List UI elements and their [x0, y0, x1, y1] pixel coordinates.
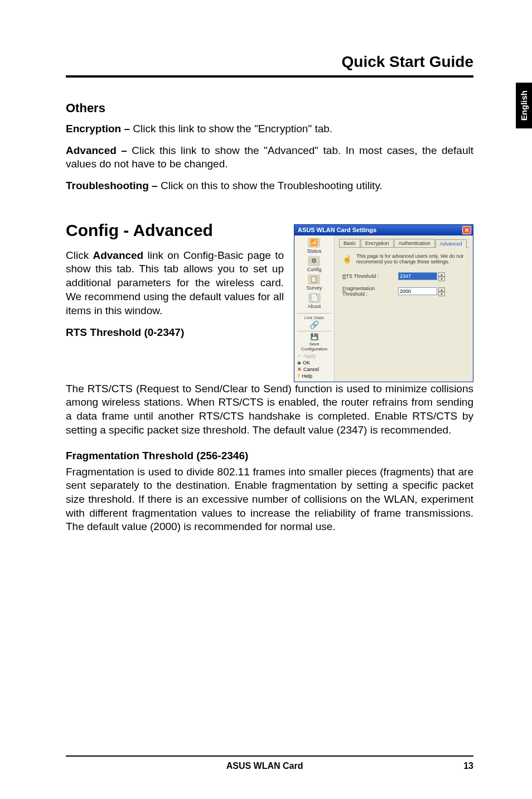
others-heading: Others	[66, 101, 473, 115]
rts-text: The RTS/CTS (Request to Send/Clear to Se…	[66, 382, 473, 437]
rts-field-row: RTS Threshold : 2347 ▲ ▼	[342, 272, 465, 280]
footer: ASUS WLAN Card 13	[66, 755, 473, 771]
config-intro-1: Click	[66, 249, 93, 261]
tab-authentication[interactable]: Authentication	[394, 239, 435, 247]
sidebar-label-config: Config	[307, 267, 321, 272]
frag-spinner-up[interactable]: ▲	[438, 287, 445, 292]
sidebar-label-save: Save Configuration	[296, 341, 333, 352]
tab-advanced[interactable]: Advanced	[436, 239, 467, 248]
dialog-sidebar: 📶 Status ⚙ Config 📋 Survey 📄 About	[294, 235, 335, 382]
apply-icon: ✓	[297, 353, 302, 359]
sidebar-item-save[interactable]: 💾 Save Configuration	[296, 333, 333, 352]
header-title: Quick Start Guide	[66, 53, 473, 78]
settings-dialog: ASUS WLAN Card Settings ✕ 📶 Status ⚙ Con…	[294, 224, 473, 382]
frag-text: Fragmentation is used to divide 802.11 f…	[66, 465, 473, 534]
sidebar-item-about[interactable]: 📄 About	[308, 293, 321, 309]
rts-spinner-up[interactable]: ▲	[438, 272, 445, 277]
frag-field-row: Fragmentation Threshold : 2000 ▲ ▼	[342, 286, 465, 297]
side-tab-english: English	[516, 83, 532, 128]
dialog-title: ASUS WLAN Card Settings	[298, 227, 376, 233]
troubleshooting-text: Click on this to show the Troubleshootin…	[161, 180, 383, 191]
config-icon: ⚙	[308, 256, 320, 266]
about-icon: 📄	[308, 293, 321, 303]
dialog-titlebar: ASUS WLAN Card Settings ✕	[294, 225, 473, 235]
frag-field-label: Fragmentation Threshold :	[342, 286, 398, 297]
info-row: ☝ This page is for advanced users only. …	[342, 253, 465, 264]
apply-link: ✓ Apply	[296, 353, 333, 359]
frag-spinner-down[interactable]: ▼	[438, 292, 445, 296]
help-icon: ?	[297, 373, 301, 379]
sidebar-label-status: Status	[307, 248, 322, 254]
bottom-links: 💾 Save Configuration ✓ Apply ◆ OK ✕	[296, 333, 333, 379]
config-intro: Click Advanced link on Config-Basic page…	[66, 249, 284, 317]
troubleshooting-para: Troubleshooting – Click on this to show …	[66, 179, 473, 193]
ok-icon: ◆	[297, 360, 301, 365]
sidebar-label-about: About	[308, 304, 321, 309]
sidebar-item-config[interactable]: ⚙ Config	[307, 256, 321, 272]
cancel-icon: ✕	[297, 367, 302, 372]
frag-input[interactable]: 2000	[398, 287, 437, 295]
footer-center: ASUS WLAN Card	[226, 761, 303, 771]
encryption-text: Click this link to show the "Encryption"…	[133, 123, 332, 134]
help-link[interactable]: ? Help	[296, 373, 333, 379]
link-state-label: Link State	[304, 315, 325, 320]
sidebar-divider	[297, 313, 331, 314]
sidebar-divider-2	[297, 331, 331, 331]
main-panel: Basic Encryption Authentication Advanced…	[335, 235, 473, 382]
sidebar-item-status[interactable]: 📶 Status	[307, 238, 322, 254]
rts-spinner[interactable]: ▲ ▼	[438, 272, 445, 280]
close-button[interactable]: ✕	[462, 226, 471, 234]
close-icon: ✕	[465, 227, 469, 233]
warning-icon: ☝	[342, 253, 352, 264]
survey-icon: 📋	[308, 275, 320, 285]
rts-field-label: RTS Threshold :	[342, 273, 398, 279]
config-advanced-heading: Config - Advanced	[66, 221, 284, 240]
help-label: Help	[302, 373, 313, 379]
ok-link[interactable]: ◆ OK	[296, 359, 333, 366]
sidebar-label-survey: Survey	[306, 285, 322, 291]
cancel-link[interactable]: ✕ Cancel	[296, 366, 333, 373]
panel-content: ☝ This page is for advanced users only. …	[339, 248, 468, 308]
rts-heading: RTS Threshold (0-2347)	[66, 326, 284, 339]
tabs: Basic Encryption Authentication Advanced	[339, 239, 468, 248]
footer-page: 13	[463, 761, 473, 771]
tab-basic[interactable]: Basic	[339, 239, 360, 247]
sidebar-item-survey[interactable]: 📋 Survey	[306, 275, 322, 291]
frag-spinner[interactable]: ▲ ▼	[438, 287, 445, 295]
advanced-para: Advanced – Click this link to show the "…	[66, 144, 473, 171]
config-intro-bold: Advanced	[93, 249, 143, 261]
ok-label: OK	[303, 360, 310, 365]
tab-encryption[interactable]: Encryption	[361, 239, 394, 247]
advanced-label: Advanced –	[66, 145, 132, 156]
rts-input[interactable]: 2347	[398, 272, 437, 280]
encryption-para: Encryption – Click this link to show the…	[66, 122, 473, 136]
link-state-icon: 🔗	[304, 320, 325, 329]
info-text: This page is for advanced users only. We…	[356, 253, 465, 264]
cancel-label: Cancel	[303, 367, 319, 372]
apply-label: Apply	[303, 353, 316, 359]
status-icon: 📶	[308, 238, 320, 248]
rts-spinner-down[interactable]: ▼	[438, 277, 445, 281]
troubleshooting-label: Troubleshooting –	[66, 180, 161, 191]
encryption-label: Encryption –	[66, 123, 133, 134]
save-icon: 💾	[310, 333, 319, 341]
frag-heading: Fragmentation Threshold (256-2346)	[66, 450, 473, 462]
link-state: Link State 🔗	[304, 315, 325, 329]
